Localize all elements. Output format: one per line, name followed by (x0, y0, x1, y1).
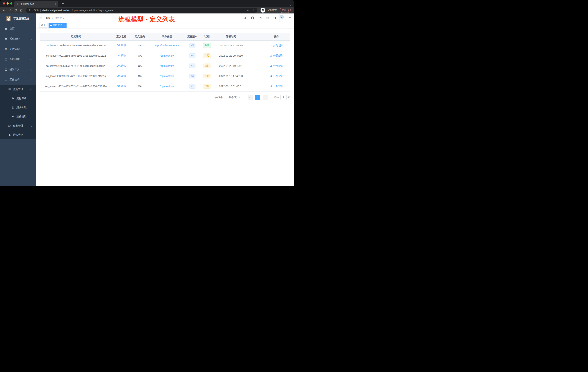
url-path: /bpm/manager/definition?key=oa_leave (72, 9, 247, 12)
page-size-value: 10条/页 (229, 96, 237, 99)
tag-home[interactable]: 首页 (39, 23, 47, 28)
next-page-button[interactable] (263, 95, 268, 100)
sidebar-item-paper-plane[interactable]: 流程模型 (0, 112, 36, 121)
definition-name-link[interactable]: OA 请假 (117, 44, 126, 47)
sidebar-item-toolbox[interactable]: 研发工具 (0, 65, 36, 75)
bookmark-star-icon[interactable]: ☆ (252, 9, 255, 12)
definition-name-link[interactable]: OA 请假 (117, 85, 126, 88)
sidebar-item-dashboard[interactable]: 首页 (0, 24, 36, 34)
chevron-down-icon (31, 58, 32, 60)
key-icon[interactable] (247, 9, 250, 12)
chevron-down-icon (31, 38, 32, 40)
sidebar-item-tree-list[interactable]: 流程管理 (0, 85, 36, 94)
font-size-icon[interactable]: TT (273, 17, 276, 20)
col-header-deployed: 部署时间 (214, 33, 248, 40)
back-icon[interactable] (2, 9, 6, 12)
assign-rule-label: 分配规则 (273, 64, 284, 67)
assign-rule-label: 分配规则 (273, 75, 284, 78)
table-row: oa_leave:5:004b710b-7b8a-11ec-8ef0-acde4… (40, 40, 290, 51)
incognito-label: 无痕模式 (267, 9, 277, 12)
form-edit-icon (11, 97, 14, 100)
zoom-window-button[interactable] (10, 2, 12, 5)
avatar[interactable] (279, 14, 287, 22)
home-icon[interactable] (20, 9, 23, 12)
tag-active-label: 流程定义 (53, 24, 62, 27)
form-link[interactable]: /bpm/oa/flow (160, 75, 174, 77)
url-host: dashboard.yudao.iocoder.cn (42, 9, 72, 12)
sidebar-item-label: 流程管理 (13, 88, 23, 91)
sidebar-item-yen[interactable]: ¥支付管理 (0, 44, 36, 54)
url-divider (40, 9, 41, 12)
user-icon (8, 133, 11, 136)
table-row: oa_leave:1:482ec033-762a-11ec-8477-a2380… (40, 81, 290, 91)
table-header-row: 定义编号 定义名称 定义分类 表单信息 流程版本 状态 部署时间 操作 (40, 33, 290, 40)
sidebar-item-nodes[interactable]: 任务管理 (0, 121, 36, 130)
browser-tab[interactable]: 芋道管理系统 × (14, 1, 58, 7)
tab-search-chevron-icon[interactable] (290, 3, 291, 6)
pagination: 共 5 条 10条/页 1 前往 页 (40, 95, 290, 100)
breadcrumb-separator: / (52, 17, 53, 20)
minimize-window-button[interactable] (7, 2, 9, 5)
version-badge: v5 (189, 43, 195, 48)
github-icon[interactable] (251, 16, 254, 20)
sidebar-item-gear[interactable]: 系统管理 (0, 34, 36, 44)
definition-name-link[interactable]: OA 请假 (117, 75, 126, 77)
breadcrumb-home[interactable]: 首页 (45, 16, 51, 20)
form-link[interactable]: /bpm/oa/flow (160, 85, 174, 88)
definition-name-link[interactable]: OA 请假 (117, 54, 126, 57)
reload-icon[interactable] (14, 9, 17, 12)
assign-rule-link[interactable]: 分配规则 (270, 64, 284, 67)
chevron-up-icon (31, 79, 32, 81)
hamburger-collapse-icon[interactable] (39, 16, 42, 20)
yen-icon: ¥ (4, 48, 8, 51)
form-link[interactable]: /bpm/oa/flow (160, 65, 174, 67)
sidebar-menu: 首页系统管理¥支付管理基础设施研发工具工作流程流程管理流程表单用户分组流程模型任… (0, 24, 36, 139)
sidebar-item-form-edit[interactable]: 流程表单 (0, 94, 36, 103)
fullscreen-icon[interactable] (266, 16, 269, 20)
definition-name-link[interactable]: OA 请假 (117, 64, 126, 67)
avatar-caret-icon[interactable] (289, 17, 291, 19)
version-badge: v3 (189, 64, 195, 68)
sidebar-item-label: 请假查询 (13, 133, 23, 136)
version-badge: v2 (189, 74, 195, 78)
page-size-select[interactable]: 10条/页 (226, 95, 243, 100)
help-icon[interactable] (259, 16, 262, 20)
goto-label: 前往 (274, 96, 279, 99)
monitor-icon (4, 58, 8, 61)
search-icon[interactable] (243, 16, 247, 20)
url-bar[interactable]: 不安全 dashboard.yudao.iocoder.cn /bpm/mana… (26, 8, 257, 13)
goto-page-input[interactable] (280, 95, 286, 100)
chevron-up-icon (31, 88, 32, 90)
browser-window: 芋道管理系统 × + 不安全 dashboard.yudao.iocoder.c… (0, 0, 294, 186)
traffic-lights (3, 2, 12, 5)
sidebar-item-user[interactable]: 请假查询 (0, 130, 36, 139)
status-tag: 挂起 (203, 74, 211, 78)
prev-page-button[interactable] (248, 95, 253, 100)
definition-category: OA (138, 75, 142, 77)
sidebar-item-monitor[interactable]: 基础设施 (0, 54, 36, 65)
toolbox-icon (4, 78, 8, 81)
sidebar-item-label: 流程表单 (16, 97, 27, 100)
current-page-button[interactable]: 1 (255, 95, 260, 100)
new-tab-button[interactable]: + (61, 1, 65, 6)
assign-rule-link[interactable]: 分配规则 (270, 44, 284, 47)
forward-icon[interactable] (8, 9, 12, 12)
browser-tab-strip: 芋道管理系统 × + (0, 0, 294, 7)
form-link[interactable]: /bpm/oa/flow (160, 54, 174, 57)
tag-process-definition[interactable]: 流程定义 × (49, 23, 67, 28)
sidebar-item-people[interactable]: 用户分组 (0, 103, 36, 112)
sidebar-item-toolbox[interactable]: 工作流程 (0, 75, 36, 85)
update-label: 更新 (282, 9, 286, 12)
tags-view-bar: 首页 流程定义 × (36, 22, 294, 28)
assign-rule-link[interactable]: 分配规则 (270, 85, 284, 88)
tab-close-icon[interactable]: × (55, 2, 57, 5)
assign-rule-link[interactable]: 分配规则 (270, 54, 284, 57)
logo-avatar (6, 16, 11, 21)
form-link[interactable]: /bpm/oa/leave/create (155, 44, 179, 47)
assign-rule-link[interactable]: 分配规则 (270, 75, 284, 78)
tag-close-icon[interactable]: × (63, 24, 65, 27)
browser-update-menu-button[interactable]: 更新 (280, 8, 291, 13)
table-row: oa_leave:2:3c1f0ef1-76b1-11ec-9c66-a2380… (40, 71, 290, 81)
chevron-down-icon (239, 96, 240, 98)
close-window-button[interactable] (3, 2, 5, 5)
